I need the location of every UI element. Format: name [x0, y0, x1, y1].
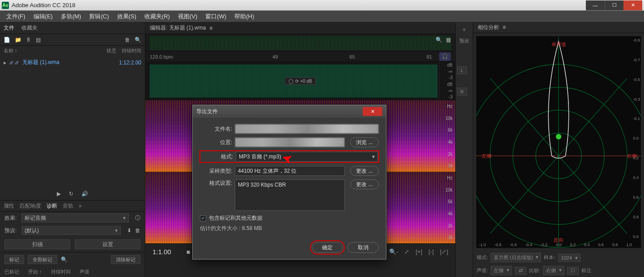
effect-label: 效果:: [4, 214, 18, 222]
menu-view[interactable]: 视图(V): [174, 11, 201, 22]
filename-label: 文件名:: [200, 125, 232, 133]
filename-input[interactable]: [235, 124, 379, 134]
dialog-close-button[interactable]: ✕: [363, 107, 382, 116]
view-grid-icon[interactable]: ▦: [446, 37, 451, 43]
multitrack-icon[interactable]: ▤: [36, 37, 41, 43]
window-close-button[interactable]: ✕: [623, 0, 642, 10]
marker-search-icon[interactable]: 🔍: [61, 256, 68, 263]
tab-files[interactable]: 文件: [4, 24, 14, 32]
dialog-titlebar[interactable]: 导出文件 ✕: [193, 105, 386, 118]
preset-select[interactable]: (默认): [21, 226, 121, 235]
mcol-start[interactable]: 开始 ↑: [28, 268, 42, 275]
gain-knob[interactable]: ◯⟳ +0 dB: [284, 77, 316, 85]
phase-mode-select[interactable]: 直方图 (日志缩放): [491, 253, 541, 262]
left-channel-button[interactable]: L: [457, 66, 467, 74]
playhead-time[interactable]: 1:1.00: [153, 248, 171, 256]
volume-icon[interactable]: 🔊: [81, 191, 88, 197]
menu-edit[interactable]: 编辑(E): [30, 11, 56, 22]
phase-sample-select[interactable]: 1024: [558, 254, 580, 262]
change-sample-button[interactable]: 更改 ...: [350, 166, 379, 176]
tab-track[interactable]: 音轨: [63, 202, 73, 210]
scan-button[interactable]: 扫描: [4, 239, 70, 249]
col-status[interactable]: 状态: [106, 47, 116, 54]
annotate-toggle[interactable]: ☐: [567, 267, 579, 275]
stop-button[interactable]: ■: [186, 248, 190, 256]
overview-waveform[interactable]: 🔍 ▦: [145, 34, 455, 52]
file-name: 无标题 (1).wma: [22, 59, 59, 66]
col-duration[interactable]: 持续时间: [122, 47, 141, 54]
zoom-full-icon[interactable]: ⤢: [404, 248, 409, 255]
sample-type-label: 采样类型:: [200, 167, 232, 175]
waveform-icon: ⫻⫻: [9, 60, 20, 66]
menu-file[interactable]: 文件(F): [3, 11, 29, 22]
trash-icon[interactable]: 🗑: [125, 37, 130, 43]
format-settings-box: MP3 320 Kbps CBR: [235, 179, 345, 211]
change-format-button[interactable]: 更改 ...: [350, 179, 379, 189]
mcol-marked[interactable]: 已标记: [4, 268, 19, 275]
window-minimize-button[interactable]: —: [586, 0, 605, 10]
format-select[interactable]: MP3 音频 (*.mp3): [236, 152, 378, 162]
swap-channels-button[interactable]: ⇄: [515, 267, 526, 275]
ok-button[interactable]: 确定: [312, 242, 343, 253]
lower-tabbar: 属性 匹配响度 诊断 音轨 »: [0, 200, 145, 212]
browse-button[interactable]: 浏览 ...: [350, 137, 379, 147]
equalizer-icon[interactable]: 🎚: [26, 37, 31, 43]
mcol-channel[interactable]: 声道: [80, 268, 89, 275]
bpm-display[interactable]: 120.0 bpm: [150, 54, 173, 60]
phase-scope[interactable]: 单声道 左侧 右侧 反向 -0.9-0.7-0.5 -0.3-0.10.0 0.…: [476, 36, 641, 248]
location-select[interactable]: [235, 137, 345, 147]
loop-icon[interactable]: ↻: [69, 191, 73, 197]
open-file-icon[interactable]: 📁: [15, 37, 21, 43]
marker-button[interactable]: 标记: [4, 255, 24, 264]
phase-chan-select[interactable]: 左侧: [491, 266, 512, 275]
zoom-sel-out-icon[interactable]: [-]: [428, 248, 434, 255]
save-preset-icon[interactable]: ⬇: [127, 227, 131, 234]
app-logo: Au: [2, 2, 9, 9]
gain-dial-icon: ◯: [288, 79, 293, 84]
zoom-sel-icon[interactable]: [⤢]: [440, 248, 448, 255]
zoom-icon[interactable]: 🔍: [436, 37, 442, 43]
tab-properties[interactable]: 属性: [4, 202, 14, 210]
menu-multitrack[interactable]: 多轨(M): [57, 11, 85, 22]
play-icon[interactable]: ▶: [57, 191, 61, 197]
minus3-2: -3: [439, 94, 453, 100]
tab-loudness[interactable]: 匹配响度: [20, 202, 41, 210]
editor-tab[interactable]: 编辑器: 无标题 (1).wma≡: [145, 22, 455, 34]
levels-icon[interactable]: ≡: [463, 27, 466, 32]
menu-window[interactable]: 窗口(W): [202, 11, 230, 22]
waveform-track[interactable]: ◯⟳ +0 dB dB -∞ -3 dB -∞ -3 L R: [145, 62, 455, 100]
all-marker-button[interactable]: 全部标记: [28, 255, 57, 264]
menu-effects[interactable]: 效果(S): [114, 11, 140, 22]
col-name[interactable]: 名称 ↑: [4, 47, 17, 54]
zoom-out-icon[interactable]: 🔍-: [389, 248, 398, 255]
menu-help[interactable]: 帮助(H): [231, 11, 258, 22]
files-tabbar: 文件 收藏夹: [0, 22, 145, 34]
minus3: -3: [439, 75, 453, 81]
phase-tab[interactable]: 相位分析≡: [473, 22, 644, 33]
include-metadata-checkbox[interactable]: ✓ 包含标记和其他元数据: [200, 214, 379, 222]
menu-clip[interactable]: 剪辑(C): [85, 11, 112, 22]
file-row[interactable]: ▸ ⫻⫻ 无标题 (1).wma 1:12:2.00: [4, 57, 141, 68]
files-listhead: 名称 ↑ 状态 持续时间: [0, 46, 145, 55]
info-icon[interactable]: ⓘ: [135, 214, 140, 222]
zoom-sel-in-icon[interactable]: [+]: [415, 248, 422, 255]
search-icon[interactable]: 🔍: [135, 37, 141, 43]
effect-select[interactable]: 标记音频: [21, 213, 129, 222]
menu-favorites[interactable]: 收藏夹(R): [141, 11, 174, 22]
more-tabs-icon[interactable]: »: [79, 203, 82, 209]
delete-preset-icon[interactable]: 🗑: [135, 227, 140, 234]
phase-ratio-select[interactable]: 右侧: [543, 266, 564, 275]
tab-diagnostics[interactable]: 诊断: [47, 202, 57, 210]
cancel-button[interactable]: 取消: [347, 242, 379, 253]
hz-label: Hz: [439, 100, 453, 112]
window-maximize-button[interactable]: ☐: [605, 0, 623, 10]
settings-button[interactable]: 设置: [75, 239, 140, 249]
clear-marker-button[interactable]: 清除标记: [111, 255, 140, 264]
mcol-duration[interactable]: 持续时间: [51, 268, 71, 275]
preset-tab[interactable]: 预设: [459, 38, 469, 44]
time-ruler[interactable]: 120.0 bpm 49 65 81 🎧: [145, 52, 455, 62]
new-file-icon[interactable]: 📄: [4, 37, 10, 43]
ruler-headphone-icon[interactable]: 🎧: [439, 52, 451, 61]
tab-favorites[interactable]: 收藏夹: [21, 24, 38, 32]
right-channel-button[interactable]: R: [457, 88, 467, 96]
